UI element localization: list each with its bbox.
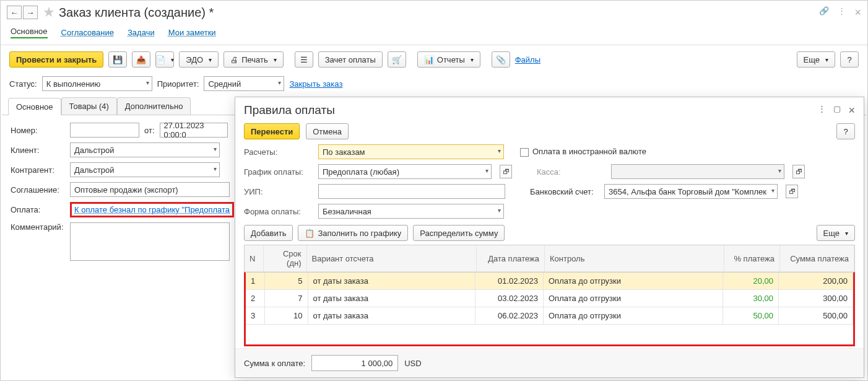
subtab-main[interactable]: Основное <box>8 98 61 115</box>
cell-days: 7 <box>264 290 308 307</box>
files-link[interactable]: Файлы <box>515 55 540 64</box>
print-button[interactable]: 🖨 Печать <box>224 51 284 68</box>
help-button[interactable]: ? <box>840 51 859 68</box>
schedule-open-ext-button[interactable]: 🗗 <box>500 165 512 178</box>
cell-percent: 50,00 <box>723 307 779 325</box>
bank-open-ext-button[interactable]: 🗗 <box>786 185 798 198</box>
col-percent: % платежа <box>724 245 780 272</box>
cell-n: 2 <box>246 290 264 307</box>
table-more-button[interactable]: Еще <box>817 225 855 241</box>
comment-textarea[interactable] <box>70 222 230 261</box>
number-input[interactable] <box>70 123 139 138</box>
fill-by-schedule-button[interactable]: 📋 Заполнить по графику <box>298 225 408 241</box>
tab-approval[interactable]: Согласование <box>61 28 114 38</box>
status-label: Статус: <box>9 79 37 89</box>
cell-n: 1 <box>246 273 264 290</box>
create-based-on-button[interactable]: 📄 <box>155 51 174 68</box>
table-row[interactable]: 1 5 от даты заказа 01.02.2023 Оплата до … <box>246 273 853 290</box>
cell-control: Оплата до отгрузки <box>544 290 723 307</box>
foreign-currency-checkbox[interactable] <box>520 148 529 157</box>
cell-variant: от даты заказа <box>308 273 475 290</box>
bank-value: 3654, Альфа банк Торговый дом "Комплексн… <box>609 187 767 196</box>
credit-payment-button[interactable]: Зачет оплаты <box>318 51 383 68</box>
total-label: Сумма к оплате: <box>244 359 305 368</box>
nav-forward-button[interactable]: → <box>23 6 38 19</box>
subtab-extra[interactable]: Дополнительно <box>117 97 191 115</box>
dialog-close-icon[interactable]: × <box>848 104 855 117</box>
tab-main[interactable]: Основное <box>11 27 48 38</box>
attach-icon-button[interactable]: 📎 <box>492 51 510 68</box>
calc-select[interactable]: По заказам▾ <box>318 144 504 159</box>
table-row[interactable]: 2 7 от даты заказа 03.02.2023 Оплата до … <box>246 290 853 307</box>
cell-percent: 20,00 <box>723 273 779 290</box>
subtab-goods[interactable]: Товары (4) <box>61 97 117 115</box>
dialog-apply-button[interactable]: Перенести <box>244 123 300 139</box>
save-and-close-button[interactable]: Провести и закрыть <box>9 51 103 68</box>
agreement-value: Оптовые продажи (экспорт) <box>74 185 178 195</box>
print-label: Печать <box>241 55 268 64</box>
payment-schedule-link[interactable]: К оплате безнал по графику "Предоплата <box>74 205 230 214</box>
save-icon-button[interactable]: 💾 <box>108 51 127 68</box>
more-button[interactable]: Еще <box>797 51 835 68</box>
total-currency: USD <box>404 359 421 368</box>
status-select[interactable]: К выполнению▾ <box>42 76 152 91</box>
contragent-select[interactable]: Дальстрой▾ <box>70 162 220 177</box>
bank-label: Банковский счет: <box>530 187 598 196</box>
kassa-select[interactable]: ▾ <box>611 164 784 179</box>
edo-button[interactable]: ЭДО <box>179 51 219 68</box>
payform-value: Безналичная <box>323 207 371 216</box>
favorite-star-icon[interactable]: ★ <box>43 4 55 20</box>
tab-notes[interactable]: Мои заметки <box>168 28 216 38</box>
agreement-select[interactable]: Оптовые продажи (экспорт) <box>70 182 230 197</box>
payment-highlight-box: К оплате безнал по графику "Предоплата <box>70 202 234 217</box>
kassa-open-ext-button[interactable]: 🗗 <box>792 165 805 178</box>
schedule-select[interactable]: Предоплата (любая)▾ <box>318 164 492 179</box>
status-value: К выполнению <box>46 79 101 89</box>
cell-date: 03.02.2023 <box>475 290 544 307</box>
payment-rows-highlight: 1 5 от даты заказа 01.02.2023 Оплата до … <box>244 272 855 346</box>
fill-by-schedule-label: Заполнить по графику <box>318 229 401 238</box>
payform-label: Форма оплаты: <box>244 207 312 216</box>
dialog-maximize-icon[interactable]: ▢ <box>833 104 841 117</box>
post-document-button[interactable]: 📤 <box>132 51 150 68</box>
close-order-link[interactable]: Закрыть заказ <box>289 79 342 89</box>
cell-variant: от даты заказа <box>308 290 475 307</box>
calc-value: По заказам <box>323 147 365 157</box>
basket-icon-button[interactable]: 🛒 <box>388 51 406 68</box>
date-input[interactable]: 27.01.2023 0:00:0 <box>160 123 228 138</box>
reports-button[interactable]: 📊 Отчеты <box>417 51 480 68</box>
col-n: N <box>245 245 263 272</box>
cell-control: Оплата до отгрузки <box>544 273 723 290</box>
col-days: Срок (дн) <box>263 245 306 272</box>
cell-date: 06.02.2023 <box>475 307 544 325</box>
table-row[interactable]: 3 10 от даты заказа 06.02.2023 Оплата до… <box>246 307 853 325</box>
nav-back-button[interactable]: ← <box>7 6 22 19</box>
col-variant: Вариант отсчета <box>306 245 477 272</box>
calc-label: Расчеты: <box>244 147 312 157</box>
payment-label: Оплата: <box>11 205 70 214</box>
cell-sum: 200,00 <box>779 273 853 290</box>
uip-input[interactable] <box>318 184 505 199</box>
dialog-help-button[interactable]: ? <box>836 123 855 139</box>
dialog-menu-icon[interactable]: ⋮ <box>818 104 826 117</box>
col-sum: Сумма платежа <box>780 245 854 272</box>
tab-tasks[interactable]: Задачи <box>128 28 155 38</box>
client-select[interactable]: Дальстрой▾ <box>70 142 220 157</box>
bank-select[interactable]: 3654, Альфа банк Торговый дом "Комплексн… <box>604 184 778 199</box>
cell-days: 5 <box>264 273 308 290</box>
schedule-value: Предоплата (любая) <box>323 167 399 177</box>
add-row-button[interactable]: Добавить <box>244 225 293 241</box>
link-icon[interactable]: 🔗 <box>819 6 829 19</box>
spread-sum-button[interactable]: Распределить сумму <box>413 225 505 241</box>
dialog-cancel-button[interactable]: Отмена <box>306 123 349 139</box>
client-value: Дальстрой <box>74 146 115 155</box>
cell-sum: 500,00 <box>779 307 853 325</box>
contragent-value: Дальстрой <box>74 165 115 175</box>
payform-select[interactable]: Безналичная▾ <box>318 204 504 219</box>
list-icon-button[interactable]: ☰ <box>295 51 313 68</box>
edo-label: ЭДО <box>186 55 203 64</box>
priority-select[interactable]: Средний▾ <box>204 76 284 91</box>
cell-sum: 300,00 <box>779 290 853 307</box>
close-window-icon[interactable]: × <box>854 6 861 19</box>
kebab-menu-icon[interactable]: ⋮ <box>838 6 846 19</box>
